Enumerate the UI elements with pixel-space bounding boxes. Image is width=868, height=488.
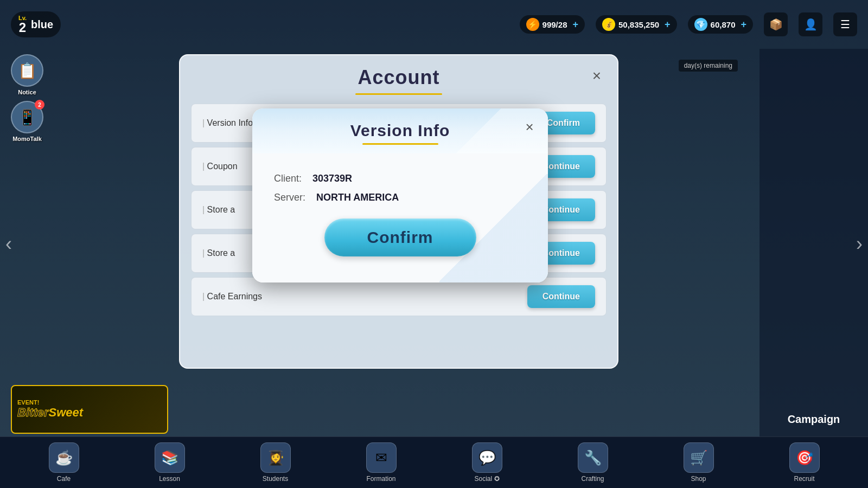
account-title-underline [355,93,442,95]
server-label: Server: [274,192,305,203]
version-modal-title: Version Info [350,121,450,139]
version-modal-body: Client: 303739R Server: NORTH AMERICA Co… [252,153,548,282]
version-confirm-button[interactable]: Confirm [324,219,476,256]
nav-social[interactable]: 💬 Social ✪ [472,442,502,483]
event-title-part2: Sweet [48,406,83,419]
nav-formation[interactable]: ✉ Formation [366,442,397,483]
version-row-label: Version Info [202,118,253,128]
momotalk-badge: 2 [35,100,44,110]
left-panel: 📋 Notice 📱 2 MomoTalk [11,54,43,142]
lesson-label: Lesson [159,475,180,483]
cafe-row-label: Cafe Earnings [202,292,262,301]
notice-icon-item[interactable]: 📋 Notice [11,54,43,95]
nav-shop[interactable]: 🛒 Shop [684,442,714,483]
nav-arrow-right[interactable]: › [856,233,863,255]
account-modal-title: Account [358,66,440,89]
account-row-cafe: Cafe Earnings Continue [191,277,607,316]
gems-icon: 💎 [694,18,707,31]
shop-label: Shop [691,475,706,483]
version-title-underline [362,143,438,145]
cafe-icon: ☕ [49,442,79,473]
coupon-row-label: Coupon [202,162,238,171]
notice-icon[interactable]: 📋 [11,54,43,87]
nav-arrow-left[interactable]: ‹ [5,233,12,255]
social-icon: 💬 [472,442,502,473]
nav-cafe[interactable]: ☕ Cafe [49,442,79,483]
notice-label: Notice [18,89,36,95]
cafe-continue-button[interactable]: Continue [527,285,595,308]
nav-crafting[interactable]: 🔧 Crafting [578,442,608,483]
player-info: Lv. 2 blue [11,11,61,37]
formation-icon: ✉ [366,442,397,473]
level-badge: Lv. 2 [18,15,27,34]
store1-row-label: Store a [202,205,235,215]
client-value: 303739R [312,173,352,184]
client-info-row: Client: 303739R [274,173,526,184]
momotalk-icon-item[interactable]: 📱 2 MomoTalk [11,101,43,142]
crafting-label: Crafting [581,475,604,483]
momotalk-icon[interactable]: 📱 2 [11,101,43,133]
version-info-modal: Version Info × Client: 303739R Server: N… [252,108,548,282]
event-banner[interactable]: EVENT! BitterSweet [11,385,168,434]
resource-gems: 💎 60,870 + [688,15,753,34]
recruit-label: Recruit [794,475,814,483]
store2-row-label: Store a [202,248,235,258]
client-label: Client: [274,173,302,184]
profile-button[interactable]: 👤 [799,12,822,36]
menu-button[interactable]: ☰ [833,12,857,36]
player-name: blue [31,18,53,31]
campaign-label: Campaign [788,413,840,426]
crafting-icon: 🔧 [578,442,608,473]
stamina-value: 999/28 [542,20,567,29]
resource-gold: 💰 50,835,250 + [596,15,677,34]
gems-value: 60,870 [711,20,736,29]
event-title-part1: Bitter [17,406,48,419]
gold-value: 50,835,250 [618,20,659,29]
resource-stamina: ⚡ 999/28 + [520,15,585,34]
lesson-icon: 📚 [155,442,185,473]
shop-icon: 🛒 [684,442,714,473]
bottom-nav: ☕ Cafe 📚 Lesson 👩‍🎓 Students ✉ Formation… [0,436,868,488]
gold-icon: 💰 [602,18,615,31]
server-value: NORTH AMERICA [316,192,399,203]
cafe-label: Cafe [57,475,71,483]
version-modal-header: Version Info × [252,108,548,153]
nav-students[interactable]: 👩‍🎓 Students [260,442,291,483]
server-info-row: Server: NORTH AMERICA [274,192,526,203]
students-label: Students [263,475,288,483]
gold-plus-button[interactable]: + [665,19,671,30]
recruit-icon: 🎯 [789,442,820,473]
gems-plus-button[interactable]: + [741,19,746,30]
event-title: BitterSweet [17,406,83,420]
account-modal-header: Account × [191,66,607,89]
account-close-button[interactable]: × [587,66,607,86]
nav-lesson[interactable]: 📚 Lesson [155,442,185,483]
version-close-button[interactable]: × [520,117,539,137]
nav-recruit[interactable]: 🎯 Recruit [789,442,820,483]
students-icon: 👩‍🎓 [260,442,291,473]
stamina-plus-button[interactable]: + [572,19,578,30]
campaign-panel[interactable]: Campaign [760,49,868,436]
event-tag: EVENT! [17,399,83,406]
top-hud: Lv. 2 blue ⚡ 999/28 + 💰 50,835,250 + 💎 6… [0,0,868,49]
inventory-button[interactable]: 📦 [764,12,788,36]
level-number: 2 [19,21,26,34]
formation-label: Formation [366,475,395,483]
days-remaining: day(s) remaining [679,60,738,72]
stamina-icon: ⚡ [526,18,539,31]
social-label: Social ✪ [474,475,499,483]
momotalk-label: MomoTalk [12,136,42,142]
